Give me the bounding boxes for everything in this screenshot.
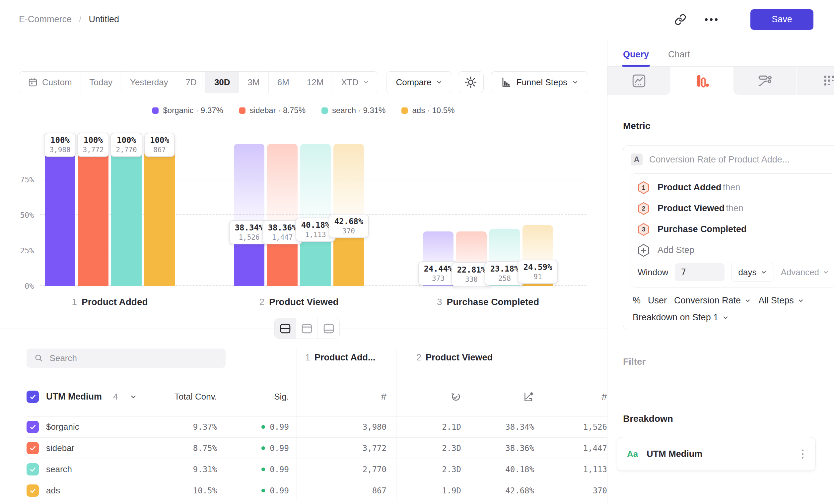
table-row-search[interactable]: search 9.31% 0.99 2,770 2.3D 40.18% 1,11… [26,459,607,480]
add-filter-button[interactable] [832,356,834,367]
tab-chart[interactable]: Chart [668,49,690,60]
step2-avg-time: 2.1D [387,422,461,432]
row-checkbox[interactable] [26,442,39,454]
funnel-bar-ads[interactable]: 24.59%91 [523,130,553,286]
layout-toggle-split-view[interactable] [275,318,296,339]
bar-value-label: 100%3,772 [77,133,109,157]
query-panel: Query Chart Metric [607,39,834,504]
breakdown-on-step-select[interactable]: Breakdown on Step 1 [633,312,729,323]
funnel-bar-sidebar[interactable]: 100%3,772 [78,130,108,286]
tab-line-chart[interactable] [608,67,671,95]
metric-title-row[interactable]: A Conversion Rate of Product Adde... [631,154,834,165]
date-range-yesterday[interactable]: Yesterday [122,72,177,93]
add-breakdown-button[interactable] [832,413,834,425]
funnel-step-group: 24.44%37322.81%33023.18%25824.59%91 [423,130,553,286]
total-conversion-value: 8.75% [146,444,217,453]
date-range-3m[interactable]: 3M [239,72,269,93]
metric-section-heading: Metric [623,121,834,131]
significance-value: 0.99 [217,444,289,453]
date-range-xtd[interactable]: XTD [332,72,378,93]
chart-top-view-icon [301,323,312,334]
table-row-$organic[interactable]: $organic 9.37% 0.99 3,980 2.1D 38.34% 1,… [26,416,607,438]
funnel-bar-sidebar[interactable]: 22.81%330 [456,130,487,286]
funnel-bar-ads[interactable]: 42.68%370 [333,130,364,286]
funnel-bar-$organic[interactable]: 24.44%373 [423,130,454,286]
breadcrumb-project[interactable]: E-Commerce [19,14,72,25]
count-column-icon[interactable]: # [381,391,387,403]
row-checkbox[interactable] [26,463,39,476]
bar-dropoff-segment [300,144,331,229]
query-step-2[interactable]: 2Product Viewed then [638,198,829,219]
measure-metric-select[interactable]: Conversion Rate [674,295,751,306]
save-button[interactable]: Save [750,9,813,30]
funnel-bar-sidebar[interactable]: 38.36%1,447 [267,130,298,286]
tab-query[interactable]: Query [623,49,649,60]
conversion-rate-column-icon[interactable] [523,391,534,403]
tab-journeys-chart[interactable] [733,67,796,95]
step-column-group-header[interactable]: 2Product Viewed [416,352,492,363]
add-step-button[interactable]: Add Step [638,240,829,260]
window-unit-select[interactable]: days [731,263,774,281]
breadcrumb-separator: / [79,14,82,25]
total-conv-column-header[interactable]: Total Conv. [175,392,217,402]
window-value-input[interactable] [675,263,725,281]
funnel-bar-search[interactable]: 100%2,770 [111,130,142,286]
chevron-down-icon[interactable] [130,393,137,400]
legend-item[interactable]: sidebar · 8.75% [239,106,306,115]
date-range-7d[interactable]: 7D [177,72,206,93]
compare-button[interactable]: Compare [386,71,452,93]
date-range-30d[interactable]: 30D [206,72,239,93]
select-all-checkbox[interactable] [26,391,39,403]
legend-item[interactable]: ads · 10.5% [401,106,455,115]
share-link-button[interactable] [673,12,688,27]
legend-item[interactable]: $organic · 9.37% [152,106,223,115]
step1-count: 2,770 [289,465,387,474]
date-range-6m[interactable]: 6M [269,72,298,93]
row-checkbox[interactable] [26,484,39,497]
date-range-custom[interactable]: Custom [19,72,81,93]
tab-retention-chart[interactable] [796,67,834,95]
kebab-menu-icon[interactable] [800,448,806,461]
check-icon [29,466,37,473]
breakdown-property-card[interactable]: Aa UTM Medium [617,437,816,471]
funnel-bar-search[interactable]: 40.18%1,113 [300,130,331,286]
topbar-divider [735,11,735,28]
query-step-1[interactable]: 1Product Added then [638,177,829,198]
breakdown-column-header[interactable]: UTM Medium [46,392,102,402]
step2-count: 1,113 [534,465,607,474]
chevron-down-icon [436,79,442,86]
search-icon [35,353,43,363]
layout-toggle-chart-top-view[interactable] [296,318,318,339]
funnel-bar-search[interactable]: 23.18%258 [489,130,520,286]
search-input[interactable] [49,353,218,364]
more-options-button[interactable] [703,16,720,23]
date-range-today[interactable]: Today [81,72,122,93]
chart-table-divider [0,318,607,339]
funnel-bar-$organic[interactable]: 38.34%1,526 [234,130,264,286]
table-row-sidebar[interactable]: sidebar 8.75% 0.99 3,772 2.3D 38.36% 1,4… [26,438,607,459]
count-column-icon[interactable]: # [601,391,607,403]
funnel-bar-ads[interactable]: 100%867 [144,130,175,286]
advanced-toggle[interactable]: Advanced [781,267,829,277]
step-column-group-header[interactable]: 1Product Add... [305,352,375,363]
funnel-steps-card: 1Product Added then2Product Viewed then3… [631,174,834,288]
significance-column-header[interactable]: Sig. [274,392,289,402]
chart-type-button[interactable]: Funnel Steps [491,71,588,93]
chart-settings-button[interactable] [458,71,484,93]
tab-funnel-chart[interactable] [671,67,733,95]
row-checkbox[interactable] [26,421,39,433]
measure-entity[interactable]: User [648,295,667,306]
measure-scope-select[interactable]: All Steps [759,295,804,306]
legend-item[interactable]: search · 9.31% [322,106,386,115]
date-range-12m[interactable]: 12M [298,72,333,93]
chevron-down-icon [797,297,804,304]
breakdown-value-count: 4 [113,392,118,402]
layout-toggle-table-bottom-view[interactable] [318,318,339,339]
query-step-3[interactable]: 3Purchase Completed [638,219,829,240]
split-view-icon [280,323,291,334]
breadcrumb-current[interactable]: Untitled [89,14,119,25]
total-conversion-value: 9.31% [146,465,217,474]
funnel-bar-$organic[interactable]: 100%3,980 [45,130,75,286]
table-row-ads[interactable]: ads 10.5% 0.99 867 1.9D 42.68% 370 [26,480,607,501]
avg-time-column-icon[interactable] [450,391,461,403]
